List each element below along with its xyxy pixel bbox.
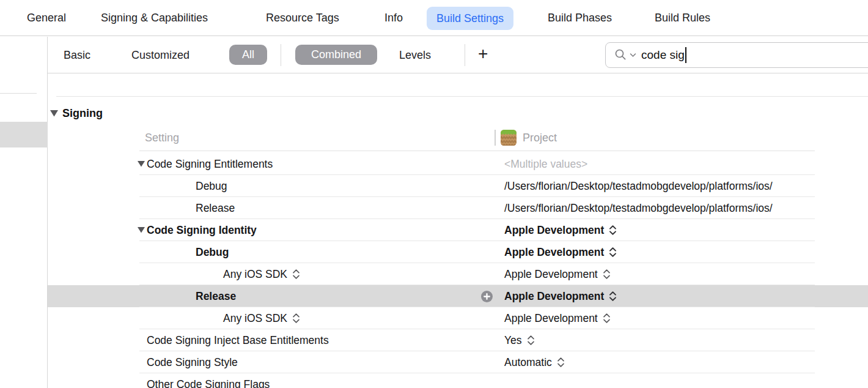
tab-info[interactable]: Info — [384, 0, 403, 36]
setting-value: <Multiple values> — [504, 158, 587, 171]
setting-row[interactable]: ReleaseApple Development — [48, 285, 868, 307]
setting-value: /Users/florian/Desktop/testadmobgdevelop… — [504, 202, 773, 215]
stepper-icon[interactable] — [603, 313, 611, 324]
column-header-underline — [139, 151, 815, 151]
scope-button-basic[interactable]: Basic — [64, 37, 90, 73]
setting-value: /Users/florian/Desktop/testadmobgdevelop… — [504, 180, 773, 193]
navigator-sidebar — [0, 37, 48, 388]
section-title: Signing — [62, 107, 103, 120]
text-cursor — [685, 47, 686, 63]
search-icon[interactable] — [614, 48, 628, 62]
tab-build-rules[interactable]: Build Rules — [655, 0, 710, 36]
project-grass-block-icon — [501, 130, 517, 146]
setting-label: Release — [196, 202, 235, 215]
setting-row[interactable]: Any iOS SDKApple Development — [48, 263, 868, 285]
toolbar-divider — [465, 44, 465, 66]
setting-label: Code Signing Entitlements — [147, 158, 273, 171]
setting-row[interactable]: Code Signing IdentityApple Development — [48, 219, 868, 241]
project-column-header: Project — [523, 125, 557, 151]
sidebar-separator — [0, 93, 37, 94]
setting-value[interactable]: Yes — [504, 334, 522, 347]
setting-value[interactable]: Apple Development — [504, 224, 604, 237]
stepper-icon[interactable] — [609, 291, 617, 302]
setting-value[interactable]: Apple Development — [504, 268, 598, 281]
xcode-build-settings-window: GeneralSigning & CapabilitiesResource Ta… — [0, 0, 868, 388]
setting-value[interactable]: Apple Development — [504, 312, 598, 325]
section-header-signing: Signing — [48, 104, 103, 122]
setting-row[interactable]: Debug/Users/florian/Desktop/testadmobgde… — [48, 175, 868, 197]
setting-label: Code Signing Inject Base Entitlements — [147, 334, 329, 347]
setting-value[interactable]: Automatic — [504, 356, 552, 369]
row-disclosure-triangle-icon[interactable] — [138, 219, 145, 241]
scope-button-customized[interactable]: Customized — [131, 37, 189, 73]
add-value-button[interactable] — [481, 291, 493, 302]
stepper-icon[interactable] — [292, 313, 300, 324]
search-input[interactable]: code sig — [605, 42, 868, 68]
setting-label: Release — [196, 290, 236, 303]
tab-general[interactable]: General — [27, 0, 66, 36]
stepper-icon[interactable] — [603, 269, 611, 280]
setting-row[interactable]: Other Code Signing Flags — [48, 373, 868, 388]
tab-signing-capabilities[interactable]: Signing & Capabilities — [101, 0, 208, 36]
setting-label: Other Code Signing Flags — [147, 378, 270, 388]
build-settings-toolbar: + code sig BasicCustomizedAllCombinedLev… — [48, 37, 868, 73]
setting-label: Debug — [196, 180, 227, 193]
setting-label: Code Signing Style — [147, 356, 238, 369]
setting-row[interactable]: Release/Users/florian/Desktop/testadmobg… — [48, 197, 868, 219]
stepper-icon[interactable] — [609, 247, 617, 258]
stepper-icon[interactable] — [609, 225, 617, 236]
setting-row[interactable]: Code Signing StyleAutomatic — [48, 351, 868, 373]
stepper-icon[interactable] — [527, 335, 535, 346]
toolbar-divider — [281, 44, 281, 66]
setting-value[interactable]: Apple Development — [504, 290, 604, 303]
setting-label: Any iOS SDK — [223, 268, 287, 281]
stepper-icon[interactable] — [292, 269, 300, 280]
setting-value[interactable]: Apple Development — [504, 246, 604, 259]
scope-button-all[interactable]: All — [229, 45, 267, 65]
tab-build-settings[interactable]: Build Settings — [427, 7, 513, 30]
setting-label: Any iOS SDK — [223, 312, 287, 325]
scope-button-combined[interactable]: Combined — [295, 45, 377, 65]
stepper-icon[interactable] — [557, 357, 565, 368]
build-settings-table: Signing Setting Project C — [48, 73, 868, 388]
setting-row[interactable]: Code Signing Entitlements<Multiple value… — [48, 153, 868, 175]
tab-resource-tags[interactable]: Resource Tags — [266, 0, 339, 36]
scope-button-levels[interactable]: Levels — [399, 37, 431, 73]
column-divider — [495, 130, 496, 146]
setting-column-header: Setting — [145, 125, 179, 151]
table-column-header: Setting Project — [48, 125, 868, 151]
setting-row[interactable]: Code Signing Inject Base EntitlementsYes — [48, 329, 868, 351]
tab-build-phases[interactable]: Build Phases — [548, 0, 612, 36]
setting-row[interactable]: Any iOS SDKApple Development — [48, 307, 868, 329]
configuration-tab-bar: GeneralSigning & CapabilitiesResource Ta… — [0, 0, 868, 36]
settings-rows: Code Signing Entitlements<Multiple value… — [48, 153, 868, 388]
setting-label: Code Signing Identity — [147, 224, 257, 237]
search-scope-chevron-icon[interactable] — [630, 53, 636, 58]
row-disclosure-triangle-icon[interactable] — [138, 153, 145, 175]
search-text: code sig — [641, 48, 685, 62]
add-build-setting-button[interactable]: + — [478, 37, 488, 73]
setting-row[interactable]: DebugApple Development — [48, 241, 868, 263]
section-disclosure-triangle-icon[interactable] — [50, 110, 58, 117]
sidebar-selected-item[interactable] — [0, 122, 48, 147]
table-top-separator — [56, 96, 868, 97]
setting-label: Debug — [196, 246, 229, 259]
